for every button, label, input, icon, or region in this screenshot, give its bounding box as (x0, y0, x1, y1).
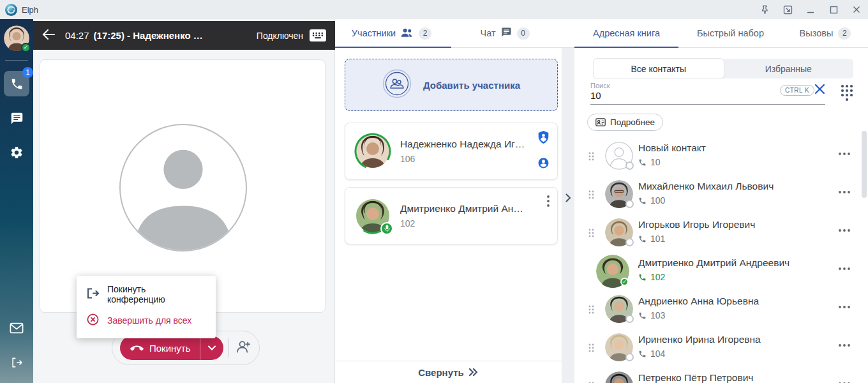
hangup-context-menu: Покинуть конференцию Завершить для всех (77, 276, 216, 338)
account-circle-icon[interactable] (537, 157, 550, 172)
contact-number: 103 (638, 310, 665, 320)
contact-menu-button[interactable] (839, 338, 850, 349)
dialpad-icon-button[interactable] (840, 84, 854, 104)
scrollbar-thumb[interactable] (862, 131, 867, 198)
search-input[interactable]: 10 (590, 90, 601, 101)
contact-status-dot (625, 200, 634, 208)
add-participant-button[interactable]: Добавить участника (345, 59, 558, 111)
maximize-button[interactable] (822, 0, 845, 19)
mic-active-badge (380, 222, 393, 235)
sidebar-item-voicemail[interactable] (4, 315, 29, 341)
participant-name: Надежненко Надежда Иг… (400, 139, 525, 150)
contact-name: Андриенко Анна Юрьевна (638, 296, 759, 307)
user-avatar[interactable]: ✓ (4, 26, 29, 51)
contact-menu-button[interactable] (839, 184, 850, 196)
add-participant-people-icon (382, 69, 412, 101)
expand-chevron-icon[interactable] (565, 193, 571, 383)
people-icon (401, 28, 414, 39)
contact-menu-button[interactable] (839, 223, 850, 234)
contact-row[interactable]: Михайленко Михаил Львович 100 (574, 176, 868, 214)
tab-address-book[interactable]: Адресная книга (574, 19, 678, 47)
participant-number: 106 (400, 154, 525, 164)
contact-menu-button[interactable] (839, 261, 850, 273)
contact-name: Игорьков Игорь Игоревич (638, 219, 755, 230)
contact-name: Петренко Пётр Петрович (638, 372, 753, 383)
contact-name: Дмитриенко Дмитрий Андреевич (638, 257, 789, 269)
participant-card[interactable]: Надежненко Надежда Иг… 106 (345, 123, 558, 180)
menu-item-end-for-all[interactable]: Завершить для всех (77, 307, 216, 333)
address-book-panel: Все контакты Избранные Поиск 10 CTRL K П… (574, 48, 868, 383)
online-status-badge: ✓ (21, 43, 31, 52)
dialpad-toggle-button[interactable] (310, 29, 326, 41)
window-title: Elph (22, 5, 38, 15)
contact-avatar (605, 372, 633, 383)
contact-row[interactable]: Ириненко Ирина Игоревна 104 (574, 329, 868, 367)
filter-favorites[interactable]: Избранные (724, 59, 854, 79)
contact-name: Новый контакт (638, 142, 706, 154)
back-arrow-icon[interactable] (42, 29, 55, 42)
contact-menu-button[interactable] (839, 376, 850, 383)
contact-menu-button[interactable] (839, 146, 850, 158)
menu-item-leave-conference[interactable]: Покинуть конференцию (77, 281, 216, 307)
participants-count-badge: 2 (419, 27, 431, 40)
restore-window-button[interactable] (776, 0, 799, 19)
call-title: (17:25) - Надежненко … (94, 30, 203, 41)
sidebar-item-settings[interactable] (4, 140, 29, 165)
tab-speed-dial[interactable]: Быстрый набор (678, 19, 782, 47)
search-shortcut-badge: CTRL K (780, 85, 814, 96)
tab-chat[interactable]: Чат 0 (448, 19, 562, 47)
clear-search-button[interactable] (814, 84, 825, 97)
hangup-options-button[interactable] (200, 336, 224, 360)
minimize-button[interactable] (799, 0, 822, 19)
hangup-button[interactable]: Покинуть (120, 343, 200, 354)
drag-handle-icon[interactable] (588, 190, 594, 202)
moderator-shield-icon[interactable] (538, 131, 549, 146)
tab-calls-history[interactable]: Вызовы 2 (782, 19, 868, 47)
participant-card[interactable]: Дмитриенко Дмитрий Ан… 102 (345, 187, 558, 244)
chat-icon (501, 27, 512, 40)
call-timer: 04:27 (65, 30, 89, 41)
contact-menu-button[interactable] (839, 299, 850, 311)
contact-row[interactable]: ✓ Дмитриенко Дмитрий Андреевич 102 (574, 252, 868, 290)
contact-row[interactable]: Новый контакт 10 (574, 137, 868, 176)
sidebar-item-calls[interactable]: 1 (4, 71, 29, 96)
remote-video-area (40, 59, 326, 313)
tabs-row: Участники 2 Чат 0 Адресная книга Быстрый… (335, 19, 868, 48)
active-call-panel: 04:27 (17:25) - Надежненко … Подключен П… (33, 19, 335, 383)
filter-all-contacts[interactable]: Все контакты (594, 59, 724, 79)
app-logo-icon (5, 4, 17, 16)
participant-avatar (354, 133, 391, 170)
contact-number: 102 (638, 272, 665, 282)
collapse-panel-button[interactable]: Свернуть (335, 361, 562, 383)
contact-row[interactable]: Андриенко Анна Юрьевна 103 (574, 290, 868, 329)
add-participant-icon-button[interactable] (236, 340, 251, 356)
participants-panel: Добавить участника Надежненко Надежда Иг… (335, 48, 562, 383)
search-label: Поиск (590, 82, 610, 89)
contact-number: 104 (638, 349, 665, 359)
contact-name: Ириненко Ирина Игоревна (638, 334, 761, 345)
sidebar-item-chats[interactable] (4, 105, 29, 131)
contact-status-dot (625, 353, 634, 361)
drag-handle-icon[interactable] (588, 305, 594, 317)
sidebar-item-logout[interactable] (4, 350, 29, 375)
participant-menu-button[interactable] (547, 195, 550, 209)
contacts-list: Новый контакт 10 Михайленко Михаил Львов… (574, 137, 868, 383)
pin-window-button[interactable] (753, 0, 776, 19)
contact-status-dot: ✓ (620, 278, 629, 286)
contact-number: 10 (638, 157, 661, 167)
rail-divider (5, 60, 28, 61)
panel-resize-gutter[interactable] (562, 48, 574, 383)
window-titlebar: Elph (0, 0, 868, 19)
contact-row[interactable]: Петренко Пётр Петрович (574, 367, 868, 383)
leave-icon (87, 288, 99, 301)
details-button[interactable]: Подробнее (587, 114, 663, 131)
drag-handle-icon[interactable] (588, 343, 594, 355)
tab-participants[interactable]: Участники 2 (335, 19, 448, 47)
calls-count-badge: 1 (22, 67, 33, 78)
drag-handle-icon[interactable] (588, 152, 594, 163)
contact-row[interactable]: Игорьков Игорь Игоревич 101 (574, 214, 868, 252)
participant-number: 102 (400, 218, 523, 229)
drag-handle-icon[interactable] (588, 229, 594, 240)
participant-name: Дмитриенко Дмитрий Ан… (400, 203, 523, 214)
close-button[interactable] (845, 0, 868, 19)
